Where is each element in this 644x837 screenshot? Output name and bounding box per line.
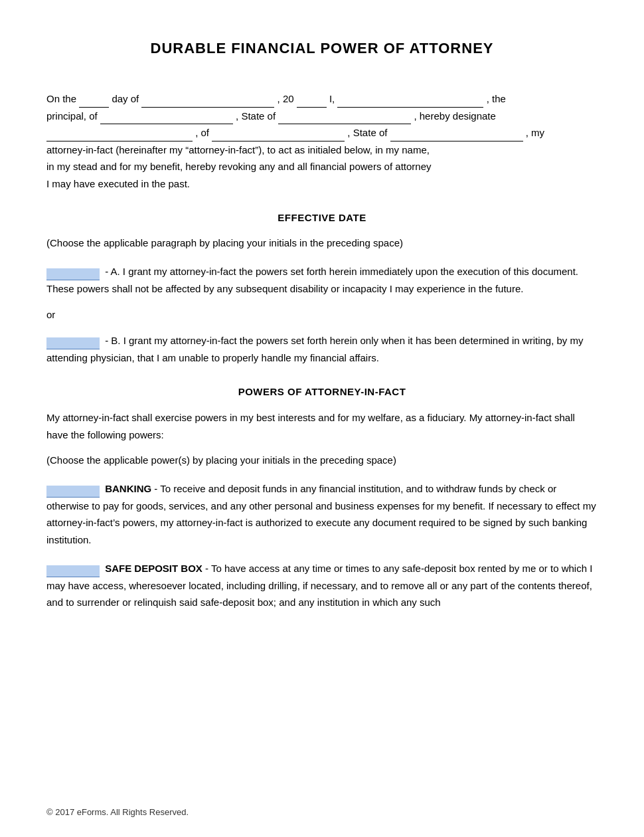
state-of-2-text: , State of [347,127,390,138]
effective-date-heading: EFFECTIVE DATE [46,212,598,223]
year-field[interactable] [297,96,327,108]
year-prefix-text: , 20 [278,93,294,104]
footer-copyright: © 2017 eForms. All Rights Reserved. [46,807,189,817]
or-text: or [46,309,598,320]
hereby-designate-text: , hereby designate [414,110,495,122]
principal-state-field[interactable] [278,112,411,124]
option-b-block: - B. I grant my attorney-in-fact the pow… [46,332,598,366]
principal-name-field[interactable] [337,96,483,108]
powers-choose-note: (Choose the applicable power(s) by placi… [46,452,598,468]
document-title: DURABLE FINANCIAL POWER OF ATTORNEY [46,40,598,57]
day-field[interactable] [79,96,109,108]
principal-address-field[interactable] [100,112,233,124]
agent-state-field[interactable] [390,130,523,141]
powers-intro: My attorney-in-fact shall exercise power… [46,409,598,443]
effective-date-choose-note: (Choose the applicable paragraph by plac… [46,235,598,251]
intro-paragraph: On the day of , 20 I, , the principal, o… [46,90,598,192]
option-a-block: - A. I grant my attorney-in-fact the pow… [46,263,598,297]
banking-initials[interactable] [46,486,100,498]
day-of-text: day of [112,93,141,104]
my-text: , my [526,127,544,138]
agent-address-field[interactable] [212,130,345,141]
banking-block: BANKING - To receive and deposit funds i… [46,480,598,548]
principal-of-text: principal, of [46,110,100,122]
option-b-text: - B. I grant my attorney-in-fact the pow… [46,335,584,363]
stead-text: in my stead and for my benefit, hereby r… [46,161,432,172]
safe-deposit-initials[interactable] [46,565,100,577]
month-field[interactable] [141,96,274,108]
option-a-text: - A. I grant my attorney-in-fact the pow… [46,266,578,294]
on-the-text: On the [46,93,76,104]
agent-name-field[interactable] [46,130,193,141]
i-text: I, [329,93,338,104]
state-of-1-text: , State of [236,110,278,122]
attorney-text: attorney-in-fact (hereinafter my “attorn… [46,144,430,155]
the-principal-text: , the [487,93,506,104]
past-text: I may have executed in the past. [46,178,190,189]
banking-label: BANKING [105,483,151,494]
safe-deposit-block: SAFE DEPOSIT BOX - To have access at any… [46,560,598,611]
powers-heading: POWERS OF ATTORNEY-IN-FACT [46,386,598,397]
option-b-initials[interactable] [46,337,100,349]
option-a-initials[interactable] [46,268,100,280]
safe-deposit-label: SAFE DEPOSIT BOX [105,563,202,574]
of-2-text: , of [195,127,212,138]
